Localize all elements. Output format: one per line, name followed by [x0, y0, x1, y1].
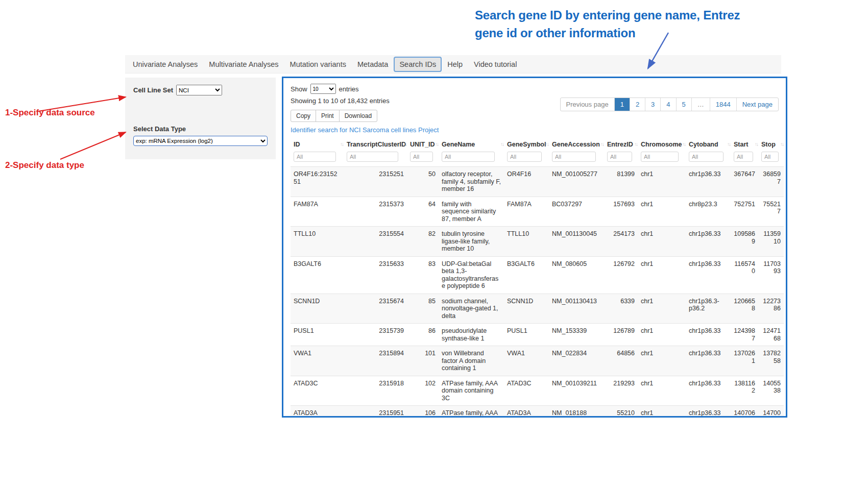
cell-unit-id: 101 [407, 346, 439, 376]
cell-genename: von Willebrand factor A domain containin… [439, 346, 504, 376]
cell-unit-id: 86 [407, 324, 439, 346]
filter-input-genesymbol[interactable] [507, 152, 542, 162]
data-type-select[interactable]: exp: mRNA Expression (log2) [133, 136, 268, 146]
cell-genename: family with sequence similarity 87, memb… [439, 197, 504, 227]
cell-entrezid: 64856 [604, 346, 638, 376]
tab-mutation-variants[interactable]: Mutation variants [284, 57, 352, 72]
tab-help[interactable]: Help [442, 57, 468, 72]
cell-genesymbol: FAM87A [504, 197, 549, 227]
cell-genename: sodium channel, nonvoltage-gated 1, delt… [439, 294, 504, 324]
page-button-1844[interactable]: 1844 [710, 98, 736, 111]
sidebar-panel: Cell Line Set NCI Select Data Type exp: … [125, 78, 276, 159]
next-page-button[interactable]: Next page [736, 98, 778, 111]
page-length-select[interactable]: 10 [310, 84, 336, 94]
tab-univariate-analyses[interactable]: Univariate Analyses [127, 57, 203, 72]
copy-button[interactable]: Copy [291, 110, 316, 122]
annotation-data-source: 1-Specify data source [5, 108, 95, 118]
cell-transcriptclusterid: 2315554 [344, 227, 407, 257]
filter-input-cytoband[interactable] [689, 152, 724, 162]
filter-input-genename[interactable] [442, 152, 495, 162]
filter-input-geneaccession[interactable] [552, 152, 596, 162]
table-row: PUSL1231573986pseudouridylate synthase-l… [291, 324, 784, 346]
filter-input-id[interactable] [294, 152, 336, 162]
annotation-search-note-line2: gene id or other information [475, 24, 791, 42]
column-header-unit-id[interactable]: UNIT_ID↑↓ [407, 138, 439, 151]
filter-input-unit-id[interactable] [410, 152, 433, 162]
table-body: OR4F16:2315251231525150olfactory recepto… [291, 167, 784, 418]
filter-input-chromosome[interactable] [641, 152, 679, 162]
cell-entrezid: 126789 [604, 324, 638, 346]
cell-chromosome: chr1 [638, 256, 686, 294]
column-header-id[interactable]: ID↑↓ [291, 138, 344, 151]
red-arrow-data-type [60, 132, 126, 159]
previous-page-button[interactable]: Previous page [561, 98, 614, 111]
column-header-genesymbol[interactable]: GeneSymbol↑↓ [504, 138, 549, 151]
cell-transcriptclusterid: 2315674 [344, 294, 407, 324]
cell-genesymbol: ATAD3A [504, 406, 549, 418]
cell-unit-id: 83 [407, 256, 439, 294]
sort-icon: ↑↓ [780, 141, 783, 147]
filter-input-start[interactable] [734, 152, 753, 162]
column-header-genename[interactable]: GeneName↑↓ [439, 138, 504, 151]
cell-transcriptclusterid: 2315894 [344, 346, 407, 376]
cell-stop: 368597 [758, 167, 784, 197]
cell-unit-id: 85 [407, 294, 439, 324]
cell-line-set-select[interactable]: NCI [176, 85, 222, 95]
cell-stop: 1405538 [758, 376, 784, 406]
cell-chromosome: chr1 [638, 197, 686, 227]
download-button[interactable]: Download [339, 110, 377, 122]
show-label: Show [291, 85, 307, 93]
table-row: ATAD3C2315918102ATPase family, AAA domai… [291, 376, 784, 406]
column-header-transcriptclusterid[interactable]: TranscriptClusterID↑↓ [344, 138, 407, 151]
column-header-entrezid[interactable]: EntrezID↑↓ [604, 138, 638, 151]
tab-metadata[interactable]: Metadata [352, 57, 394, 72]
tab-video-tutorial[interactable]: Video tutorial [468, 57, 522, 72]
page-button-2[interactable]: 2 [630, 98, 645, 111]
column-header-cytoband[interactable]: Cytoband↑↓ [686, 138, 731, 151]
cell-entrezid: 157693 [604, 197, 638, 227]
page-button-3[interactable]: 3 [645, 98, 660, 111]
cell-chromosome: chr1 [638, 227, 686, 257]
cell-stop: 755217 [758, 197, 784, 227]
filter-input-stop[interactable] [761, 152, 779, 162]
cell-entrezid: 254173 [604, 227, 638, 257]
data-type-label: Select Data Type [133, 125, 186, 133]
filter-input-entrezid[interactable] [607, 152, 632, 162]
filter-cell-genesymbol [504, 151, 549, 167]
cell-id: OR4F16:2315251 [291, 167, 344, 197]
filter-cell-cytoband [686, 151, 731, 167]
table-row: TTLL10231555482tubulin tyrosine ligase-l… [291, 227, 784, 257]
cell-cytoband: chr1p36.33 [686, 346, 731, 376]
cell-id: B3GALT6 [291, 256, 344, 294]
identifier-search-link[interactable]: Identifier search for NCI Sarcoma cell l… [291, 126, 779, 135]
cell-start: 752751 [731, 197, 758, 227]
column-header-stop[interactable]: Stop↑↓ [758, 138, 784, 151]
cell-geneaccession: NM_080605 [549, 256, 604, 294]
annotation-data-type: 2-Specify data type [5, 160, 84, 170]
table-row: FAM87A231537364family with sequence simi… [291, 197, 784, 227]
cell-id: PUSL1 [291, 324, 344, 346]
table-row: OR4F16:2315251231525150olfactory recepto… [291, 167, 784, 197]
cell-chromosome: chr1 [638, 406, 686, 418]
cell-genesymbol: VWA1 [504, 346, 549, 376]
cell-unit-id: 102 [407, 376, 439, 406]
cell-stop: 1470060 [758, 406, 784, 418]
cell-genesymbol: OR4F16 [504, 167, 549, 197]
tab-search-ids[interactable]: Search IDs [394, 57, 442, 72]
page-button-5[interactable]: 5 [676, 98, 691, 111]
cell-genename: tubulin tyrosine ligase-like family, mem… [439, 227, 504, 257]
gene-table: ID↑↓TranscriptClusterID↑↓UNIT_ID↑↓GeneNa… [291, 138, 784, 418]
column-header-start[interactable]: Start↑↓ [731, 138, 758, 151]
print-button[interactable]: Print [316, 110, 340, 122]
page-button-4[interactable]: 4 [660, 98, 676, 111]
filter-cell-unit-id [407, 151, 439, 167]
annotation-search-note-line1: Search gene ID by entering gene name, En… [475, 6, 791, 24]
filter-input-transcriptclusterid[interactable] [347, 152, 398, 162]
column-header-geneaccession[interactable]: GeneAccession↑↓ [549, 138, 604, 151]
sort-icon: ↑↓ [727, 141, 730, 147]
cell-transcriptclusterid: 2315739 [344, 324, 407, 346]
tab-multivariate-analyses[interactable]: Multivariate Analyses [203, 57, 284, 72]
column-header-chromosome[interactable]: Chromosome↑↓ [638, 138, 686, 151]
cell-start: 1381162 [731, 376, 758, 406]
page-button-1[interactable]: 1 [614, 98, 630, 111]
